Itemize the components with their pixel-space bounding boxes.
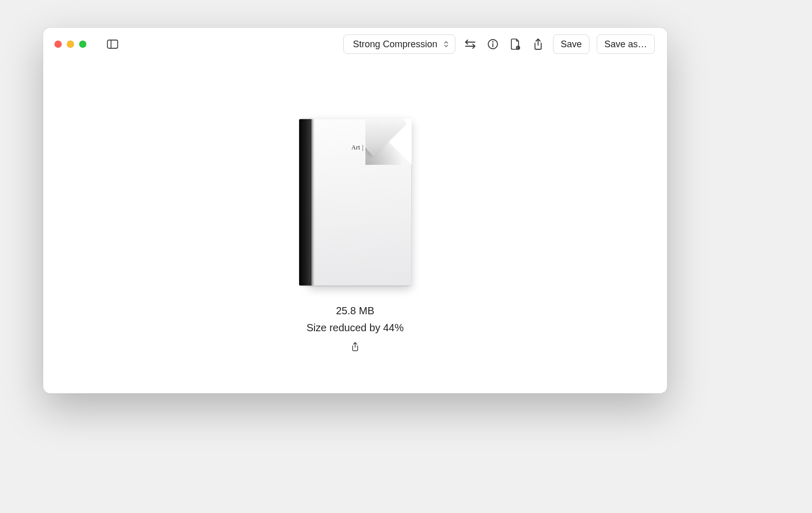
zoom-window-button[interactable] (79, 41, 86, 48)
info-icon (487, 39, 499, 50)
compression-level-select[interactable]: Strong Compression (343, 34, 455, 54)
svg-point-6 (492, 42, 493, 42)
toolbar: Strong Compression (343, 34, 659, 54)
share-result-button[interactable] (347, 339, 363, 354)
share-button[interactable] (530, 36, 546, 52)
sidebar-icon (107, 40, 118, 49)
document-gear-icon (510, 38, 521, 50)
content-area: Art | S 25.8 MB Size reduced by 44% (43, 61, 667, 393)
share-icon (533, 38, 543, 50)
app-window: Strong Compression (43, 28, 667, 393)
info-button[interactable] (485, 36, 501, 52)
share-icon (351, 341, 359, 352)
compression-level-label: Strong Compression (353, 39, 437, 50)
toggle-sidebar-button[interactable] (106, 37, 119, 51)
document-thumbnail[interactable]: Art | S (299, 119, 411, 286)
document-settings-button[interactable] (508, 36, 523, 52)
size-reduced-label: Size reduced by 44% (306, 322, 403, 334)
close-window-button[interactable] (54, 41, 62, 48)
page-curl (365, 119, 412, 165)
title-bar: Strong Compression (43, 28, 667, 61)
compare-button[interactable] (463, 36, 478, 52)
save-as-button-label: Save as… (604, 39, 647, 50)
svg-point-8 (518, 47, 519, 48)
swap-arrows-icon (464, 39, 476, 49)
chevron-up-down-icon (444, 41, 449, 48)
window-controls (54, 41, 86, 48)
save-button-label: Save (561, 39, 582, 50)
minimize-window-button[interactable] (67, 41, 74, 48)
save-button[interactable]: Save (553, 34, 589, 54)
svg-rect-0 (107, 40, 118, 48)
file-size-label: 25.8 MB (336, 305, 374, 317)
document-result: Art | S 25.8 MB Size reduced by 44% (299, 119, 411, 354)
save-as-button[interactable]: Save as… (597, 34, 655, 54)
